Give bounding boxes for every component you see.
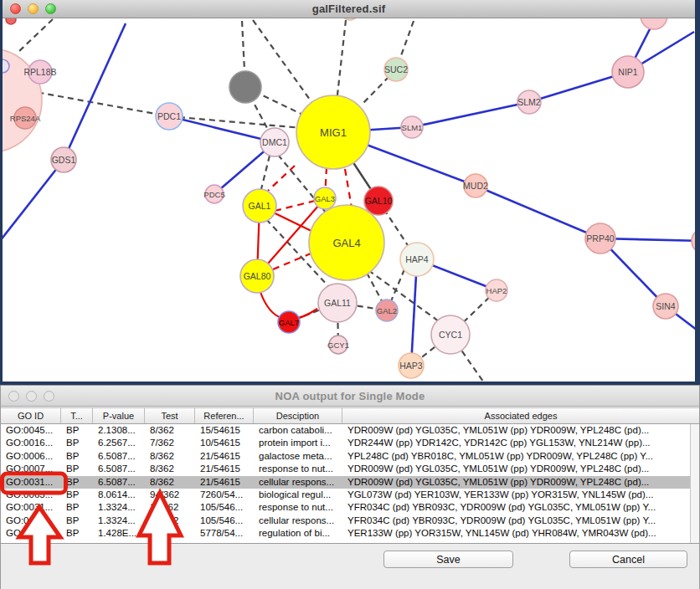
cell-test: 11/362 — [145, 515, 195, 527]
table-row[interactable]: GO:0031...BP6.5087...8/36221/54615cellul… — [1, 476, 699, 489]
cell-edges: YFR034C (pd) YBR093C, YDR009W (pd) YGL03… — [342, 501, 699, 514]
cell-p: 8.0614... — [93, 489, 145, 501]
cell-edges: YDR009W (pd) YGL035C, YML051W (pp) YDR00… — [342, 424, 699, 437]
node-label-PRP40: PRP40 — [586, 233, 614, 243]
table-row[interactable]: GO:0007...BP6.5087...8/36221/54615respon… — [1, 463, 699, 475]
node-label-SIN4: SIN4 — [656, 301, 676, 311]
table-row[interactable]: GO:0031...BP1.3324...11/362105/546...cel… — [1, 515, 699, 527]
cell-ref: 21/54615 — [195, 463, 254, 475]
dialog-footer: Save Cancel — [1, 551, 699, 572]
cell-type: BP — [61, 527, 93, 540]
cell-go: GO:0016... — [1, 437, 61, 449]
table-row[interactable]: GO:0045...BP2.1308...8/36215/54615carbon… — [1, 424, 699, 437]
cell-go: GO:0050... — [1, 527, 61, 540]
node-label-CYC1: CYC1 — [439, 330, 462, 340]
node-label-GAL80: GAL80 — [244, 271, 271, 281]
column-header-pvalue[interactable]: P-value — [93, 408, 145, 423]
cell-p: 6.2567... — [93, 437, 145, 449]
table-row[interactable]: GO:0050...BP1.428E...80/3625778/54...reg… — [1, 527, 699, 540]
cell-desc: biological regul... — [254, 489, 342, 501]
column-header-test[interactable]: Test — [145, 408, 195, 423]
zoom-button[interactable] — [45, 3, 56, 14]
node-label-NIP1: NIP1 — [618, 67, 638, 77]
vertical-scrollbar[interactable] — [690, 424, 699, 543]
noa-output-window: NOA output for Single Mode GO IDT...P-va… — [1, 386, 699, 589]
cell-go: GO:0007... — [1, 463, 61, 475]
cell-ref: 15/54615 — [195, 424, 254, 437]
cell-desc: cellular respons... — [254, 515, 342, 527]
cell-test: 11/362 — [145, 501, 195, 514]
cell-desc: regulation of bi... — [254, 527, 342, 540]
cell-test: 8/362 — [145, 463, 195, 475]
minimize-button[interactable] — [28, 3, 39, 14]
cell-test: 7/362 — [145, 437, 195, 449]
node-label-MSN: MSN — [694, 236, 695, 246]
node-label-GDS1: GDS1 — [52, 155, 76, 165]
cell-type: BP — [61, 437, 93, 449]
cell-type: BP — [61, 463, 93, 475]
node-gray-node[interactable] — [229, 71, 261, 103]
cell-ref: 10/54615 — [195, 437, 254, 449]
cell-go: GO:0031... — [1, 515, 61, 527]
column-header-desciption[interactable]: Desciption — [254, 408, 342, 423]
cell-edges: YDR244W (pp) YDR142C, YDR142C (pp) YGL15… — [342, 437, 699, 449]
table-row[interactable]: GO:0065...BP8.0614...94/3627260/54...bio… — [1, 489, 699, 501]
table-row[interactable]: GO:0006...BP6.5087...8/36221/54615galact… — [1, 450, 699, 463]
cell-type: BP — [61, 476, 93, 489]
table-row[interactable]: GO:0016...BP6.2567...7/36210/54615protei… — [1, 437, 699, 449]
node-label-GAL11: GAL11 — [324, 298, 351, 308]
close-button[interactable] — [8, 391, 19, 402]
cell-p: 1.3324... — [93, 501, 145, 514]
cell-ref: 7260/54... — [195, 489, 254, 501]
node-label-GAL4: GAL4 — [332, 237, 360, 249]
cell-test: 8/362 — [145, 476, 195, 489]
cell-type: BP — [61, 501, 93, 514]
cell-p: 6.5087... — [93, 463, 145, 475]
cell-ref: 105/546... — [195, 515, 254, 527]
cell-go: GO:0045... — [1, 424, 61, 437]
column-header-referen[interactable]: Referen... — [195, 408, 254, 423]
cell-desc: cellular respons... — [254, 476, 342, 489]
table-header-row: GO IDT...P-valueTestReferen...Desciption… — [1, 407, 699, 424]
graph-window-titlebar: galFiltered.sif — [3, 0, 695, 18]
cell-desc: galactose meta... — [254, 450, 342, 463]
cell-edges: YFR034C (pd) YBR093C, YDR009W (pd) YGL03… — [342, 515, 699, 527]
node-label-MUD2: MUD2 — [463, 181, 488, 191]
cell-test: 8/362 — [145, 424, 195, 437]
zoom-button[interactable] — [44, 391, 54, 402]
node-label-GAL3: GAL3 — [315, 194, 335, 203]
node-label-SLM1: SLM1 — [402, 123, 423, 132]
table-row[interactable]: GO:0031...BP1.3324...11/362105/546...res… — [1, 501, 699, 514]
cell-desc: protein import i... — [254, 437, 342, 449]
column-header-associatededges[interactable]: Associated edges — [342, 408, 699, 423]
node-label-HAP2: HAP2 — [486, 286, 507, 295]
column-header-t[interactable]: T... — [61, 408, 93, 423]
node-label-HAP3: HAP3 — [399, 361, 423, 371]
cell-go: GO:0031... — [1, 501, 61, 514]
cell-type: BP — [61, 489, 93, 501]
cell-test: 8/362 — [145, 450, 195, 463]
cell-edges: YDR009W (pd) YGL035C, YML051W (pp) YDR00… — [342, 476, 699, 489]
cell-ref: 21/54615 — [195, 476, 254, 489]
minimize-button[interactable] — [26, 391, 37, 402]
cell-ref: 105/546... — [195, 501, 254, 514]
node-label-MIG1: MIG1 — [320, 126, 347, 139]
network-canvas[interactable]: RPL18BRPS24AGDS1PDC1PDC5DMC1SUC2MIG1SLM1… — [3, 0, 695, 382]
cell-p: 6.5087... — [93, 476, 145, 489]
node-label-GCY1: GCY1 — [327, 341, 349, 350]
node-label-RPL18B: RPL18B — [23, 67, 56, 77]
node-label-PDC5: PDC5 — [203, 190, 224, 199]
node-label-RPS24A: RPS24A — [10, 114, 41, 123]
noa-window-title: NOA output for Single Mode — [1, 390, 699, 402]
cancel-button[interactable]: Cancel — [569, 551, 687, 568]
cell-edges: YPL248C (pd) YBR018C, YML051W (pp) YDR00… — [342, 450, 699, 463]
save-button[interactable]: Save — [383, 551, 513, 568]
node-label-SLM2: SLM2 — [517, 97, 541, 107]
close-button[interactable] — [10, 3, 21, 14]
cell-desc: response to nut... — [254, 463, 342, 475]
node-label-SUC2: SUC2 — [384, 64, 408, 74]
column-header-goid[interactable]: GO ID — [1, 408, 61, 423]
cell-p: 6.5087... — [93, 450, 145, 463]
cell-type: BP — [61, 424, 93, 437]
node-label-PDC1: PDC1 — [157, 111, 181, 121]
